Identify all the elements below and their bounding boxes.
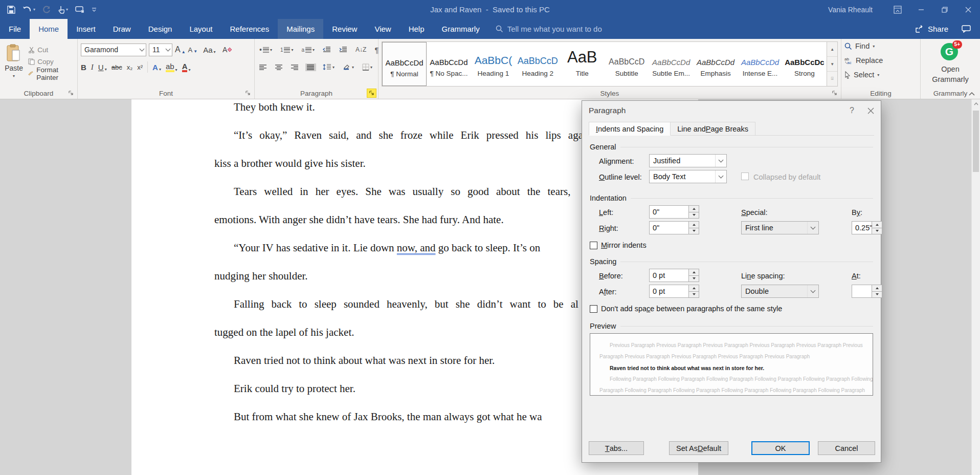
- at-up-icon[interactable]: [872, 285, 882, 291]
- spacing-before-spinner[interactable]: 0 pt: [649, 269, 699, 282]
- italic-button[interactable]: I: [91, 63, 94, 72]
- superscript-button[interactable]: x²: [137, 63, 143, 71]
- borders-button[interactable]: ▾: [361, 62, 374, 72]
- touch-mode-dropdown-icon[interactable]: ▾: [66, 7, 68, 12]
- change-case-button[interactable]: Aa▾: [203, 46, 215, 54]
- paragraph-dialog-launcher-icon[interactable]: [367, 89, 376, 97]
- font-name-dropdown-icon[interactable]: [138, 44, 146, 56]
- style-title[interactable]: AaBTitle: [560, 42, 605, 86]
- by-up-icon[interactable]: [872, 222, 882, 228]
- tab-draw[interactable]: Draw: [104, 19, 140, 39]
- line-spacing-button[interactable]: ▾: [321, 63, 336, 71]
- indent-right-spinner[interactable]: 0": [649, 221, 699, 234]
- align-right-button[interactable]: [289, 63, 300, 71]
- font-color-button[interactable]: A▾: [182, 62, 191, 72]
- touch-mode-icon[interactable]: ▾: [58, 6, 68, 14]
- mirror-indents-checkbox[interactable]: [590, 242, 597, 249]
- tell-me-box[interactable]: Tell me what you want to do: [496, 19, 602, 39]
- tab-file[interactable]: File: [0, 19, 30, 39]
- customize-qat-icon[interactable]: [75, 6, 84, 13]
- after-up-icon[interactable]: [689, 285, 699, 291]
- tab-view[interactable]: View: [366, 19, 399, 39]
- styles-scroll-up-icon[interactable]: ▲: [827, 42, 837, 57]
- style-normal[interactable]: AaBbCcDd¶ Normal: [382, 42, 427, 86]
- at-spinner[interactable]: [852, 285, 882, 298]
- styles-scroll-down-icon[interactable]: ▼: [827, 57, 837, 72]
- cancel-button[interactable]: Cancel: [818, 441, 875, 455]
- bullets-button[interactable]: •▾: [258, 45, 274, 55]
- grammar-check-underline[interactable]: now, and: [397, 242, 436, 254]
- indent-left-spinner[interactable]: 0": [649, 205, 699, 219]
- spacing-after-spinner[interactable]: 0 pt: [649, 285, 699, 298]
- tab-review[interactable]: Review: [323, 19, 366, 39]
- clipboard-dialog-launcher-icon[interactable]: [66, 89, 75, 97]
- style-h2[interactable]: AaBbCcDHeading 2: [516, 42, 560, 86]
- outline-level-combo[interactable]: Body Text: [649, 170, 727, 183]
- find-button[interactable]: Find▾: [844, 40, 917, 52]
- spacing-before-value[interactable]: 0 pt: [649, 269, 689, 282]
- font-size-dropdown-icon[interactable]: [164, 44, 172, 56]
- sort-button[interactable]: A↓Z: [354, 45, 368, 54]
- grow-font-button[interactable]: A▲: [175, 45, 186, 54]
- dialog-help-icon[interactable]: ?: [850, 106, 854, 115]
- at-value[interactable]: [852, 285, 872, 298]
- indent-left-value[interactable]: 0": [649, 205, 689, 219]
- indent-left-up-icon[interactable]: [689, 206, 699, 212]
- format-painter-button[interactable]: Format Painter: [27, 68, 74, 79]
- at-down-icon[interactable]: [872, 291, 882, 298]
- line-spacing-combo[interactable]: Double: [741, 285, 819, 298]
- indent-right-value[interactable]: 0": [649, 221, 689, 234]
- close-icon[interactable]: [956, 0, 980, 19]
- qat-more-icon[interactable]: [92, 7, 97, 12]
- style-emphasis[interactable]: AaBbCcDdEmphasis: [694, 42, 738, 86]
- before-down-icon[interactable]: [689, 275, 699, 282]
- dialog-title-bar[interactable]: Paragraph ?: [582, 101, 881, 120]
- increase-indent-button[interactable]: [338, 46, 349, 54]
- subscript-button[interactable]: x₂: [127, 63, 133, 71]
- by-spinner[interactable]: 0.25": [852, 221, 882, 234]
- outline-level-dropdown-icon[interactable]: [715, 170, 726, 183]
- spacing-after-value[interactable]: 0 pt: [649, 285, 689, 298]
- alignment-dropdown-icon[interactable]: [715, 155, 726, 167]
- tab-help[interactable]: Help: [400, 19, 433, 39]
- shading-button[interactable]: ▾: [341, 63, 355, 72]
- styles-more-icon[interactable]: ⍗: [827, 72, 837, 86]
- highlight-color-button[interactable]: ab▾: [166, 62, 177, 72]
- style-h1[interactable]: AaBbC(Heading 1: [471, 42, 516, 86]
- user-name[interactable]: Vania Rheault: [828, 6, 873, 14]
- font-name-combo[interactable]: Garamond: [81, 44, 146, 56]
- dont-add-space-checkbox[interactable]: [590, 305, 597, 313]
- collapse-ribbon-icon[interactable]: [969, 92, 975, 96]
- align-center-button[interactable]: [274, 63, 284, 71]
- undo-dropdown-icon[interactable]: ▾: [33, 7, 35, 12]
- tab-insert[interactable]: Insert: [68, 19, 104, 39]
- indent-left-down-icon[interactable]: [689, 212, 699, 219]
- tab-home[interactable]: Home: [30, 19, 68, 39]
- save-icon[interactable]: [7, 6, 15, 14]
- ribbon-display-options-icon[interactable]: [886, 0, 909, 19]
- set-as-default-button[interactable]: Set As Default: [669, 441, 728, 455]
- style-subtle-em[interactable]: AaBbCcDdSubtle Em...: [649, 42, 694, 86]
- ok-button[interactable]: OK: [751, 441, 810, 455]
- strikethrough-button[interactable]: abc: [112, 63, 122, 71]
- align-left-button[interactable]: [258, 63, 269, 71]
- text-effects-button[interactable]: A▾: [152, 63, 161, 72]
- by-value[interactable]: 0.25": [852, 221, 872, 234]
- indent-right-down-icon[interactable]: [689, 228, 699, 234]
- indent-right-up-icon[interactable]: [689, 222, 699, 228]
- restore-icon[interactable]: [933, 0, 956, 19]
- multilevel-list-button[interactable]: a▾: [300, 46, 317, 54]
- by-down-icon[interactable]: [872, 228, 882, 234]
- underline-button[interactable]: U▾: [98, 63, 107, 72]
- tab-grammarly[interactable]: Grammarly: [433, 19, 488, 39]
- tabs-button[interactable]: Tabs...: [589, 441, 644, 455]
- tab-layout[interactable]: Layout: [181, 19, 221, 39]
- paste-button[interactable]: Paste ▾: [3, 42, 25, 88]
- justify-button[interactable]: [305, 63, 316, 71]
- before-up-icon[interactable]: [689, 269, 699, 275]
- comments-icon[interactable]: [962, 25, 971, 33]
- dialog-close-icon[interactable]: [867, 107, 874, 114]
- special-combo[interactable]: First line: [741, 221, 819, 234]
- shrink-font-button[interactable]: A▼: [188, 46, 198, 54]
- numbering-button[interactable]: 1▾: [279, 46, 295, 54]
